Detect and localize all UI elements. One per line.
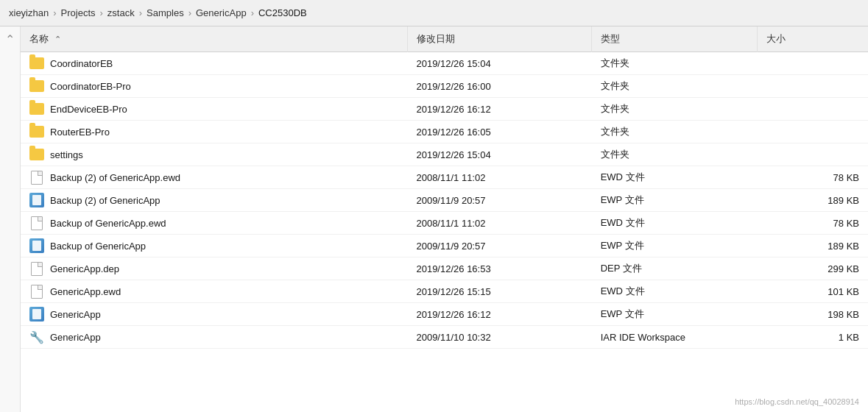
- sep4: ›: [188, 7, 191, 18]
- table-row[interactable]: GenericApp.dep2019/12/26 16:53DEP 文件299 …: [21, 258, 868, 280]
- file-name: GenericApp: [50, 309, 101, 320]
- file-size: 1 KB: [758, 326, 868, 349]
- file-date: 2008/11/1 11:02: [407, 166, 591, 189]
- file-name: Backup (2) of GenericApp: [50, 195, 160, 206]
- file-size: [758, 121, 868, 143]
- file-name: GenericApp.dep: [50, 263, 119, 274]
- file-size: 189 KB: [758, 235, 868, 258]
- file-size: 101 KB: [758, 280, 868, 303]
- folder-icon: [29, 103, 44, 115]
- file-icon: [31, 216, 43, 230]
- file-name: RouterEB-Pro: [50, 127, 110, 138]
- file-name: GenericApp: [50, 332, 101, 343]
- file-name: CoordinatorEB: [50, 58, 113, 69]
- table-row[interactable]: RouterEB-Pro2019/12/26 16:05文件夹: [21, 121, 868, 143]
- table-row[interactable]: GenericApp.ewd2019/12/26 15:15EWD 文件101 …: [21, 280, 868, 303]
- file-name: Backup of GenericApp.ewd: [50, 218, 166, 229]
- col-date[interactable]: 修改日期: [407, 26, 591, 52]
- col-type[interactable]: 类型: [592, 26, 758, 52]
- bc-projects[interactable]: Projects: [61, 7, 96, 18]
- file-table: 名称 ⌃ 修改日期 类型 大小 CoordinatorEB2019/12/26 …: [21, 26, 868, 349]
- ewp-icon: [29, 193, 44, 207]
- file-type: EWP 文件: [592, 189, 758, 212]
- file-type: EWD 文件: [592, 280, 758, 303]
- table-row[interactable]: EndDeviceEB-Pro2019/12/26 16:12文件夹: [21, 98, 868, 121]
- file-list-container: 名称 ⌃ 修改日期 类型 大小 CoordinatorEB2019/12/26 …: [21, 26, 868, 412]
- file-date: 2019/12/26 15:15: [407, 280, 591, 303]
- sort-arrow-name: ⌃: [54, 35, 61, 43]
- file-date: 2009/11/10 10:32: [407, 326, 591, 349]
- file-date: 2019/12/26 16:12: [407, 98, 591, 121]
- table-row[interactable]: Backup (2) of GenericApp.ewd2008/11/1 11…: [21, 166, 868, 189]
- file-type: EWP 文件: [592, 235, 758, 258]
- workspace-icon: 🔧: [29, 330, 44, 344]
- file-type: IAR IDE Workspace: [592, 326, 758, 349]
- file-name: CoordinatorEB-Pro: [50, 81, 131, 92]
- file-size: 198 KB: [758, 303, 868, 326]
- file-date: 2009/11/9 20:57: [407, 235, 591, 258]
- folder-icon: [29, 80, 44, 92]
- file-icon: [31, 285, 43, 299]
- col-name[interactable]: 名称 ⌃: [21, 26, 407, 52]
- file-date: 2008/11/1 11:02: [407, 212, 591, 235]
- file-date: 2019/12/26 16:12: [407, 303, 591, 326]
- table-row[interactable]: Backup of GenericApp2009/11/9 20:57EWP 文…: [21, 235, 868, 258]
- watermark: https://blog.csdn.net/qq_40028914: [735, 397, 859, 406]
- folder-icon: [29, 57, 44, 69]
- sidebar-up-arrow[interactable]: ⌃: [5, 32, 15, 46]
- file-type: 文件夹: [592, 121, 758, 143]
- table-row[interactable]: GenericApp2019/12/26 16:12EWP 文件198 KB: [21, 303, 868, 326]
- sep1: ›: [53, 7, 56, 18]
- main-container: ⌃ 名称 ⌃ 修改日期 类型 大小: [0, 26, 868, 412]
- file-icon: [31, 262, 43, 276]
- bc-cc2530db[interactable]: CC2530DB: [258, 7, 307, 18]
- file-type: 文件夹: [592, 52, 758, 75]
- bc-xieyizhan[interactable]: xieyizhan: [9, 7, 49, 18]
- ewp-icon: [29, 307, 44, 322]
- file-size: [758, 52, 868, 75]
- bc-genericapp[interactable]: GenericApp: [196, 7, 247, 18]
- file-size: 299 KB: [758, 258, 868, 280]
- file-type: 文件夹: [592, 75, 758, 98]
- left-sidebar: ⌃: [0, 26, 21, 412]
- table-row[interactable]: CoordinatorEB-Pro2019/12/26 16:00文件夹: [21, 75, 868, 98]
- file-date: 2019/12/26 16:00: [407, 75, 591, 98]
- file-name: Backup of GenericApp: [50, 241, 146, 252]
- file-name: settings: [50, 149, 83, 160]
- file-type: DEP 文件: [592, 258, 758, 280]
- file-size: [758, 98, 868, 121]
- file-size: [758, 143, 868, 166]
- table-row[interactable]: CoordinatorEB2019/12/26 15:04文件夹: [21, 52, 868, 75]
- file-date: 2019/12/26 15:04: [407, 52, 591, 75]
- file-size: 78 KB: [758, 166, 868, 189]
- file-size: 189 KB: [758, 189, 868, 212]
- file-icon: [31, 171, 43, 185]
- table-row[interactable]: 🔧GenericApp2009/11/10 10:32IAR IDE Works…: [21, 326, 868, 349]
- file-type: 文件夹: [592, 98, 758, 121]
- file-type: EWD 文件: [592, 212, 758, 235]
- col-size[interactable]: 大小: [758, 26, 868, 52]
- file-name: Backup (2) of GenericApp.ewd: [50, 172, 180, 183]
- file-type: 文件夹: [592, 143, 758, 166]
- file-date: 2009/11/9 20:57: [407, 189, 591, 212]
- file-name: EndDeviceEB-Pro: [50, 104, 127, 115]
- sep3: ›: [139, 7, 142, 18]
- file-type: EWP 文件: [592, 303, 758, 326]
- sep5: ›: [251, 7, 254, 18]
- file-size: [758, 75, 868, 98]
- file-date: 2019/12/26 16:05: [407, 121, 591, 143]
- file-date: 2019/12/26 16:53: [407, 258, 591, 280]
- folder-icon: [29, 126, 44, 138]
- table-row[interactable]: settings2019/12/26 15:04文件夹: [21, 143, 868, 166]
- file-date: 2019/12/26 15:04: [407, 143, 591, 166]
- table-row[interactable]: Backup (2) of GenericApp2009/11/9 20:57E…: [21, 189, 868, 212]
- folder-icon: [29, 149, 44, 160]
- sep2: ›: [100, 7, 103, 18]
- breadcrumb: xieyizhan › Projects › zstack › Samples …: [0, 0, 868, 26]
- file-name: GenericApp.ewd: [50, 286, 121, 297]
- bc-zstack[interactable]: zstack: [107, 7, 135, 18]
- bc-samples[interactable]: Samples: [147, 7, 184, 18]
- file-size: 78 KB: [758, 212, 868, 235]
- table-row[interactable]: Backup of GenericApp.ewd2008/11/1 11:02E…: [21, 212, 868, 235]
- table-header: 名称 ⌃ 修改日期 类型 大小: [21, 26, 868, 52]
